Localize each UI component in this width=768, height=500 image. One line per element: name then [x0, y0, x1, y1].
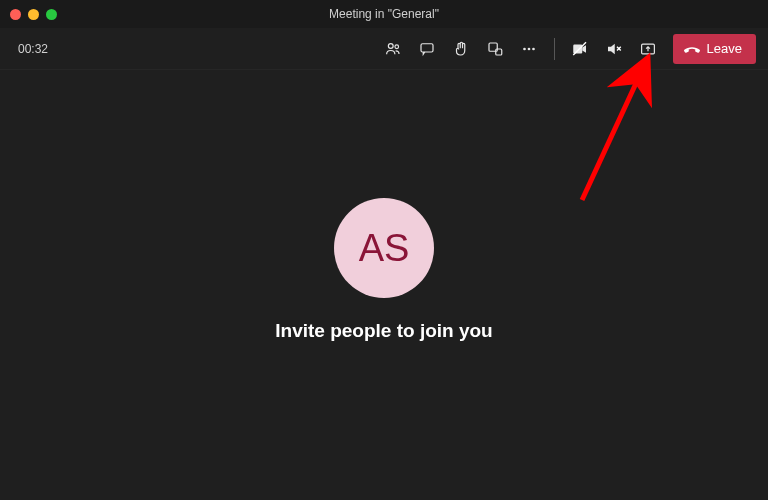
avatar-initials: AS [359, 227, 410, 270]
invite-message: Invite people to join you [275, 320, 492, 342]
meeting-timer: 00:32 [18, 42, 48, 56]
camera-toggle-button[interactable] [563, 32, 597, 66]
window-title: Meeting in "General" [0, 7, 768, 21]
leave-button[interactable]: Leave [673, 34, 756, 64]
minimize-window-icon[interactable] [28, 9, 39, 20]
participant-avatar: AS [334, 198, 434, 298]
toolbar-divider [554, 38, 555, 60]
svg-point-5 [523, 47, 526, 50]
meeting-stage: AS Invite people to join you [0, 70, 768, 500]
camera-off-icon [571, 40, 589, 58]
svg-point-6 [527, 47, 530, 50]
close-window-icon[interactable] [10, 9, 21, 20]
leave-button-label: Leave [707, 41, 742, 56]
breakout-rooms-icon [486, 40, 504, 58]
window-controls [0, 9, 57, 20]
more-icon [520, 40, 538, 58]
people-button[interactable] [376, 32, 410, 66]
fullscreen-window-icon[interactable] [46, 9, 57, 20]
svg-rect-2 [421, 43, 433, 51]
svg-point-1 [395, 44, 399, 48]
share-screen-button[interactable] [631, 32, 665, 66]
svg-point-7 [532, 47, 535, 50]
audio-toggle-button[interactable] [597, 32, 631, 66]
hangup-icon [683, 40, 701, 58]
people-icon [384, 40, 402, 58]
audio-off-icon [605, 40, 623, 58]
svg-point-0 [388, 43, 393, 48]
raise-hand-icon [452, 40, 470, 58]
chat-button[interactable] [410, 32, 444, 66]
titlebar: Meeting in "General" [0, 0, 768, 28]
share-screen-icon [639, 40, 657, 58]
more-actions-button[interactable] [512, 32, 546, 66]
chat-icon [418, 40, 436, 58]
svg-rect-4 [495, 49, 501, 55]
breakout-rooms-button[interactable] [478, 32, 512, 66]
raise-hand-button[interactable] [444, 32, 478, 66]
meeting-toolbar: 00:32 [0, 28, 768, 70]
